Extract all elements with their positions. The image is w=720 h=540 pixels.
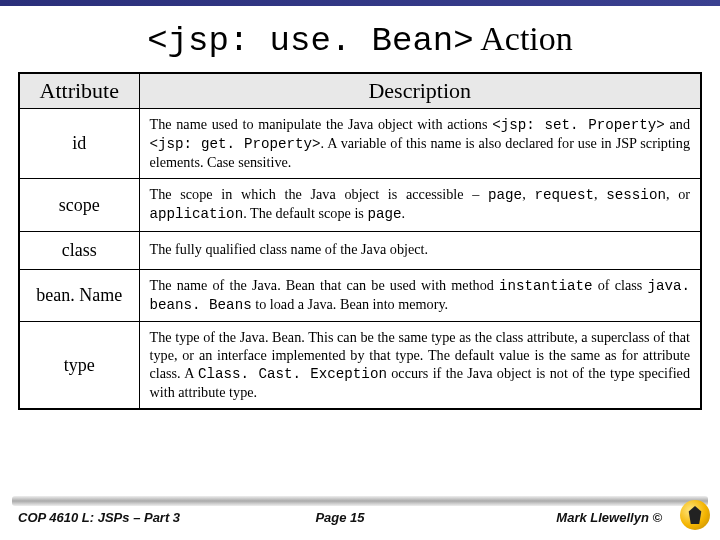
attr-name: id (19, 109, 139, 179)
table-header-row: Attribute Description (19, 73, 701, 109)
attr-desc: The name used to manipulate the Java obj… (139, 109, 701, 179)
table-row: type The type of the Java. Bean. This ca… (19, 322, 701, 410)
title-code: <jsp: use. Bean> (147, 22, 473, 60)
attr-name: bean. Name (19, 269, 139, 322)
table-row: bean. Name The name of the Java. Bean th… (19, 269, 701, 322)
attr-desc: The fully qualified class name of the Ja… (139, 231, 701, 269)
footer-divider (12, 496, 708, 506)
table-row: scope The scope in which the Java object… (19, 179, 701, 232)
table-row: id The name used to manipulate the Java … (19, 109, 701, 179)
attributes-table: Attribute Description id The name used t… (18, 72, 702, 410)
attr-name: scope (19, 179, 139, 232)
footer-row: COP 4610 L: JSPs – Part 3 Page 15 Mark L… (0, 510, 720, 525)
col-attribute: Attribute (19, 73, 139, 109)
slide-footer: COP 4610 L: JSPs – Part 3 Page 15 Mark L… (0, 496, 720, 532)
col-description: Description (139, 73, 701, 109)
logo-glyph (688, 506, 702, 524)
footer-left: COP 4610 L: JSPs – Part 3 (18, 510, 233, 525)
footer-right: Mark Llewellyn © (447, 510, 702, 525)
title-suffix: Action (474, 20, 573, 57)
table-row: class The fully qualified class name of … (19, 231, 701, 269)
attr-name: type (19, 322, 139, 410)
ucf-logo-icon (680, 500, 710, 530)
attr-desc: The type of the Java. Bean. This can be … (139, 322, 701, 410)
attr-desc: The scope in which the Java object is ac… (139, 179, 701, 232)
attr-name: class (19, 231, 139, 269)
slide-title: <jsp: use. Bean> Action (0, 20, 720, 60)
attr-desc: The name of the Java. Bean that can be u… (139, 269, 701, 322)
top-accent-bar (0, 0, 720, 6)
footer-center: Page 15 (233, 510, 448, 525)
